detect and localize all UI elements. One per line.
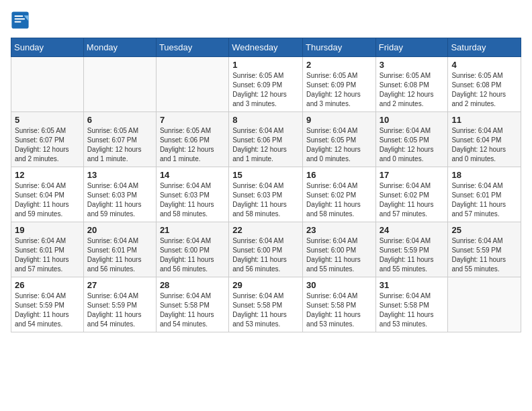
calendar-cell: 25Sunrise: 6:04 AM Sunset: 5:59 PM Dayli… <box>448 222 521 277</box>
calendar-cell: 16Sunrise: 6:04 AM Sunset: 6:02 PM Dayli… <box>303 167 376 222</box>
calendar-cell: 21Sunrise: 6:04 AM Sunset: 6:00 PM Dayli… <box>156 222 228 277</box>
day-info: Sunrise: 6:04 AM Sunset: 5:58 PM Dayligh… <box>232 291 299 329</box>
calendar-cell: 15Sunrise: 6:04 AM Sunset: 6:03 PM Dayli… <box>229 167 303 222</box>
svg-rect-0 <box>11 11 28 28</box>
svg-rect-3 <box>15 18 25 19</box>
day-number: 4 <box>451 60 517 70</box>
day-number: 27 <box>87 280 152 290</box>
calendar-cell: 26Sunrise: 6:04 AM Sunset: 5:59 PM Dayli… <box>11 277 84 332</box>
calendar-cell: 14Sunrise: 6:04 AM Sunset: 6:03 PM Dayli… <box>156 167 228 222</box>
day-number: 21 <box>160 225 225 235</box>
day-info: Sunrise: 6:04 AM Sunset: 5:58 PM Dayligh… <box>306 291 372 329</box>
day-info: Sunrise: 6:04 AM Sunset: 6:05 PM Dayligh… <box>380 126 445 164</box>
day-number: 7 <box>160 115 225 125</box>
day-info: Sunrise: 6:04 AM Sunset: 6:03 PM Dayligh… <box>160 181 225 219</box>
day-number: 24 <box>380 225 445 235</box>
svg-rect-2 <box>15 15 24 17</box>
day-number: 12 <box>15 170 80 180</box>
day-header-wednesday: Wednesday <box>229 38 303 57</box>
day-number: 26 <box>15 280 80 290</box>
calendar-cell: 4Sunrise: 6:05 AM Sunset: 6:08 PM Daylig… <box>448 57 521 112</box>
svg-rect-4 <box>15 21 21 22</box>
day-info: Sunrise: 6:04 AM Sunset: 6:04 PM Dayligh… <box>451 126 517 164</box>
day-info: Sunrise: 6:04 AM Sunset: 6:00 PM Dayligh… <box>306 236 372 274</box>
day-number: 28 <box>160 280 225 290</box>
day-number: 5 <box>15 115 80 125</box>
calendar-cell: 20Sunrise: 6:04 AM Sunset: 6:01 PM Dayli… <box>83 222 156 277</box>
day-info: Sunrise: 6:04 AM Sunset: 6:02 PM Dayligh… <box>306 181 372 219</box>
day-info: Sunrise: 6:05 AM Sunset: 6:09 PM Dayligh… <box>306 71 372 109</box>
day-number: 15 <box>232 170 299 180</box>
calendar-week-row: 5Sunrise: 6:05 AM Sunset: 6:07 PM Daylig… <box>11 112 521 167</box>
day-info: Sunrise: 6:04 AM Sunset: 6:00 PM Dayligh… <box>160 236 225 274</box>
calendar-cell: 29Sunrise: 6:04 AM Sunset: 5:58 PM Dayli… <box>229 277 303 332</box>
calendar-week-row: 12Sunrise: 6:04 AM Sunset: 6:04 PM Dayli… <box>11 167 521 222</box>
day-number: 29 <box>232 280 299 290</box>
calendar-cell: 30Sunrise: 6:04 AM Sunset: 5:58 PM Dayli… <box>303 277 376 332</box>
day-info: Sunrise: 6:05 AM Sunset: 6:08 PM Dayligh… <box>451 71 517 109</box>
calendar-cell: 24Sunrise: 6:04 AM Sunset: 5:59 PM Dayli… <box>375 222 448 277</box>
day-number: 16 <box>306 170 372 180</box>
calendar-cell: 19Sunrise: 6:04 AM Sunset: 6:01 PM Dayli… <box>11 222 84 277</box>
day-info: Sunrise: 6:04 AM Sunset: 6:03 PM Dayligh… <box>232 181 299 219</box>
day-info: Sunrise: 6:04 AM Sunset: 5:59 PM Dayligh… <box>451 236 517 274</box>
calendar-week-row: 26Sunrise: 6:04 AM Sunset: 5:59 PM Dayli… <box>11 277 521 332</box>
calendar-cell: 12Sunrise: 6:04 AM Sunset: 6:04 PM Dayli… <box>11 167 84 222</box>
day-info: Sunrise: 6:04 AM Sunset: 6:02 PM Dayligh… <box>380 181 445 219</box>
day-header-thursday: Thursday <box>303 38 376 57</box>
day-number: 3 <box>380 60 445 70</box>
calendar-cell <box>448 277 521 332</box>
day-info: Sunrise: 6:04 AM Sunset: 6:01 PM Dayligh… <box>15 236 80 274</box>
page-header <box>11 11 521 30</box>
day-number: 2 <box>306 60 372 70</box>
day-number: 14 <box>160 170 225 180</box>
calendar-cell: 6Sunrise: 6:05 AM Sunset: 6:07 PM Daylig… <box>83 112 156 167</box>
day-number: 17 <box>380 170 445 180</box>
day-info: Sunrise: 6:04 AM Sunset: 5:58 PM Dayligh… <box>160 291 225 329</box>
day-number: 23 <box>306 225 372 235</box>
calendar-cell: 28Sunrise: 6:04 AM Sunset: 5:58 PM Dayli… <box>156 277 228 332</box>
calendar-cell: 3Sunrise: 6:05 AM Sunset: 6:08 PM Daylig… <box>375 57 448 112</box>
day-info: Sunrise: 6:04 AM Sunset: 6:05 PM Dayligh… <box>306 126 372 164</box>
calendar-cell: 22Sunrise: 6:04 AM Sunset: 6:00 PM Dayli… <box>229 222 303 277</box>
calendar-week-row: 1Sunrise: 6:05 AM Sunset: 6:09 PM Daylig… <box>11 57 521 112</box>
calendar-cell: 2Sunrise: 6:05 AM Sunset: 6:09 PM Daylig… <box>303 57 376 112</box>
logo <box>11 11 32 30</box>
day-number: 20 <box>87 225 152 235</box>
day-number: 6 <box>87 115 152 125</box>
day-header-tuesday: Tuesday <box>156 38 228 57</box>
day-info: Sunrise: 6:04 AM Sunset: 6:04 PM Dayligh… <box>15 181 80 219</box>
calendar-cell: 17Sunrise: 6:04 AM Sunset: 6:02 PM Dayli… <box>375 167 448 222</box>
calendar-cell: 8Sunrise: 6:04 AM Sunset: 6:06 PM Daylig… <box>229 112 303 167</box>
calendar-cell <box>156 57 228 112</box>
day-header-sunday: Sunday <box>11 38 84 57</box>
day-number: 19 <box>15 225 80 235</box>
day-info: Sunrise: 6:04 AM Sunset: 5:59 PM Dayligh… <box>87 291 152 329</box>
calendar-cell <box>83 57 156 112</box>
day-number: 25 <box>451 225 517 235</box>
day-info: Sunrise: 6:04 AM Sunset: 6:00 PM Dayligh… <box>232 236 299 274</box>
day-number: 13 <box>87 170 152 180</box>
calendar-cell: 11Sunrise: 6:04 AM Sunset: 6:04 PM Dayli… <box>448 112 521 167</box>
calendar-table: SundayMondayTuesdayWednesdayThursdayFrid… <box>11 38 521 332</box>
day-info: Sunrise: 6:04 AM Sunset: 6:06 PM Dayligh… <box>232 126 299 164</box>
logo-icon <box>11 11 30 30</box>
day-info: Sunrise: 6:05 AM Sunset: 6:09 PM Dayligh… <box>232 71 299 109</box>
calendar-cell: 5Sunrise: 6:05 AM Sunset: 6:07 PM Daylig… <box>11 112 84 167</box>
day-number: 31 <box>380 280 445 290</box>
calendar-cell: 23Sunrise: 6:04 AM Sunset: 6:00 PM Dayli… <box>303 222 376 277</box>
day-info: Sunrise: 6:04 AM Sunset: 6:01 PM Dayligh… <box>451 181 517 219</box>
day-info: Sunrise: 6:05 AM Sunset: 6:06 PM Dayligh… <box>160 126 225 164</box>
day-header-friday: Friday <box>375 38 448 57</box>
calendar-cell: 1Sunrise: 6:05 AM Sunset: 6:09 PM Daylig… <box>229 57 303 112</box>
day-header-saturday: Saturday <box>448 38 521 57</box>
day-number: 8 <box>232 115 299 125</box>
day-header-monday: Monday <box>83 38 156 57</box>
calendar-cell <box>11 57 84 112</box>
calendar-week-row: 19Sunrise: 6:04 AM Sunset: 6:01 PM Dayli… <box>11 222 521 277</box>
day-number: 1 <box>232 60 299 70</box>
calendar-cell: 31Sunrise: 6:04 AM Sunset: 5:58 PM Dayli… <box>375 277 448 332</box>
day-info: Sunrise: 6:04 AM Sunset: 5:59 PM Dayligh… <box>380 236 445 274</box>
day-number: 11 <box>451 115 517 125</box>
calendar-header-row: SundayMondayTuesdayWednesdayThursdayFrid… <box>11 38 521 57</box>
